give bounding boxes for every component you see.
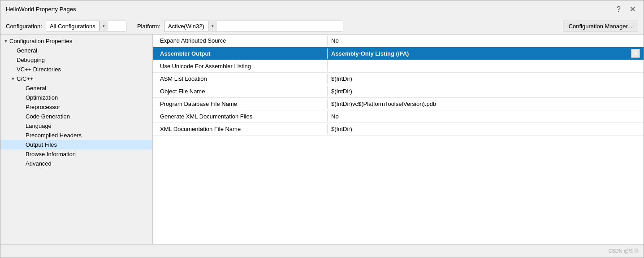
sidebar-label-config-properties: Configuration Properties [9, 38, 72, 44]
toolbar-row: Configuration: All Configurations ▾ Plat… [0, 18, 644, 35]
sidebar-item-browse-information[interactable]: Browse Information [0, 149, 152, 159]
config-dropdown-arrow[interactable]: ▾ [99, 21, 108, 31]
prop-value-xml-doc-file-name: $(IntDir) [328, 124, 644, 134]
sidebar-label-optimization: Optimization [26, 94, 58, 101]
prop-name-generate-xml: Generate XML Documentation Files [153, 111, 328, 122]
tree-expander-config-properties[interactable]: ▼ [2, 39, 9, 44]
watermark: CSDN @铁哥 [609, 248, 639, 254]
sidebar-label-cpp-general: General [26, 85, 46, 92]
sidebar-label-advanced: Advanced [26, 160, 52, 167]
sidebar-item-optimization[interactable]: Optimization [0, 93, 152, 102]
prop-name-xml-doc-file-name: XML Documentation File Name [153, 124, 328, 134]
prop-value-generate-xml: No [328, 111, 644, 122]
config-value: All Configurations [46, 23, 99, 30]
sidebar-label-output-files: Output Files [26, 141, 57, 148]
sidebar-item-general[interactable]: General [0, 46, 152, 55]
sidebar-label-debugging: Debugging [17, 57, 45, 63]
prop-name-expand-attributed: Expand Attributed Source [153, 35, 328, 46]
prop-name-asm-list-location: ASM List Location [153, 74, 328, 84]
bottom-bar [0, 244, 644, 258]
prop-value-assembler-output[interactable]: Assembly-Only Listing (/FA)▾ [328, 47, 644, 60]
prop-value-use-unicode [328, 65, 644, 68]
sidebar-label-cpp: C/C++ [17, 75, 34, 82]
dialog-window: HelloWorld Property Pages ? ✕ Configurat… [0, 0, 644, 258]
sidebar-label-code-generation: Code Generation [26, 113, 70, 120]
window-title: HelloWorld Property Pages [6, 6, 76, 13]
platform-dropdown[interactable]: Active(Win32) ▾ [164, 21, 343, 31]
sidebar-item-debugging[interactable]: Debugging [0, 55, 152, 65]
config-label: Configuration: [6, 23, 42, 30]
prop-name-use-unicode: Use Unicode For Assembler Listing [153, 61, 328, 71]
tree-expander-cpp[interactable]: ▼ [9, 76, 17, 81]
sidebar-item-output-files[interactable]: Output Files [0, 140, 152, 149]
property-row-assembler-output[interactable]: Assembler OutputAssembly-Only Listing (/… [153, 47, 644, 60]
prop-name-program-database: Program Database File Name [153, 99, 328, 109]
sidebar-item-cpp-general[interactable]: General [0, 83, 152, 93]
sidebar-item-precompiled-headers[interactable]: Precompiled Headers [0, 131, 152, 140]
sidebar-label-preprocessor: Preprocessor [26, 104, 60, 110]
sidebar-label-precompiled-headers: Precompiled Headers [26, 132, 82, 139]
property-row-asm-list-location[interactable]: ASM List Location$(IntDir) [153, 73, 644, 85]
platform-label: Platform: [137, 23, 160, 30]
sidebar-item-preprocessor[interactable]: Preprocessor [0, 102, 152, 112]
sidebar-item-vc-directories[interactable]: VC++ Directories [0, 65, 152, 74]
prop-name-object-file-name: Object File Name [153, 86, 328, 96]
close-button[interactable]: ✕ [627, 4, 638, 14]
main-content: ▼Configuration PropertiesGeneralDebuggin… [0, 35, 644, 244]
config-dropdown[interactable]: All Configurations ▾ [46, 21, 126, 31]
property-row-expand-attributed[interactable]: Expand Attributed SourceNo [153, 35, 644, 47]
prop-name-assembler-output: Assembler Output [153, 48, 328, 59]
property-row-xml-doc-file-name[interactable]: XML Documentation File Name$(IntDir) [153, 123, 644, 136]
title-bar: HelloWorld Property Pages ? ✕ [0, 0, 644, 18]
prop-value-asm-list-location: $(IntDir) [328, 74, 644, 84]
prop-dropdown-arrow-assembler-output[interactable]: ▾ [631, 49, 640, 58]
prop-value-program-database: $(IntDir)vc$(PlatformToolsetVersion).pdb [328, 99, 644, 109]
sidebar-item-cpp[interactable]: ▼C/C++ [0, 74, 152, 83]
platform-dropdown-arrow[interactable]: ▾ [208, 21, 217, 31]
sidebar-item-advanced[interactable]: Advanced [0, 159, 152, 168]
sidebar: ▼Configuration PropertiesGeneralDebuggin… [0, 35, 153, 244]
sidebar-label-language: Language [26, 122, 52, 129]
prop-value-object-file-name: $(IntDir) [328, 86, 644, 96]
sidebar-label-vc-directories: VC++ Directories [17, 66, 61, 73]
help-button[interactable]: ? [614, 4, 623, 14]
content-panel: Expand Attributed SourceNoAssembler Outp… [153, 35, 644, 244]
sidebar-label-general: General [17, 47, 37, 54]
config-manager-button[interactable]: Configuration Manager... [563, 21, 638, 31]
sidebar-item-language[interactable]: Language [0, 121, 152, 131]
title-bar-buttons: ? ✕ [614, 4, 638, 14]
prop-value-expand-attributed: No [328, 35, 644, 46]
property-row-generate-xml[interactable]: Generate XML Documentation FilesNo [153, 110, 644, 123]
property-row-use-unicode[interactable]: Use Unicode For Assembler Listing [153, 60, 644, 73]
sidebar-item-code-generation[interactable]: Code Generation [0, 112, 152, 121]
property-row-program-database[interactable]: Program Database File Name$(IntDir)vc$(P… [153, 98, 644, 110]
sidebar-label-browse-information: Browse Information [26, 151, 76, 157]
property-row-object-file-name[interactable]: Object File Name$(IntDir) [153, 85, 644, 98]
platform-value: Active(Win32) [164, 23, 208, 30]
sidebar-item-config-properties[interactable]: ▼Configuration Properties [0, 36, 152, 46]
